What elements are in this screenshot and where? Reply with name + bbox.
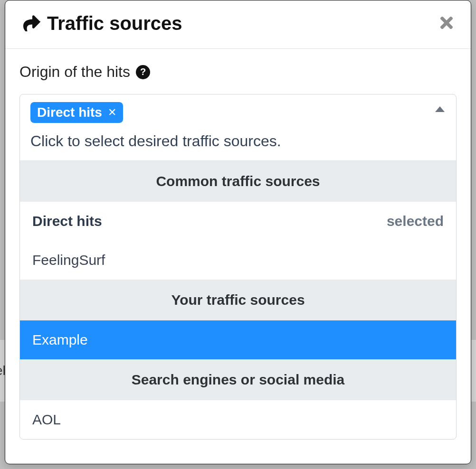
close-icon bbox=[438, 14, 456, 32]
help-icon[interactable]: ? bbox=[136, 65, 150, 79]
traffic-source-input[interactable] bbox=[30, 128, 432, 157]
modal-header: Traffic sources bbox=[5, 0, 471, 49]
group-header-common: Common traffic sources bbox=[20, 161, 456, 202]
option-direct-hits[interactable]: Direct hits selected bbox=[20, 202, 456, 241]
traffic-sources-modal: Traffic sources Origin of the hits ? Dir… bbox=[5, 0, 471, 464]
modal-title: Traffic sources bbox=[47, 13, 182, 34]
option-label: Direct hits bbox=[32, 213, 102, 229]
dropdown-caret[interactable] bbox=[435, 106, 445, 114]
dropdown-list[interactable]: Common traffic sources Direct hits selec… bbox=[20, 160, 456, 439]
origin-label: Origin of the hits bbox=[19, 63, 130, 81]
option-example[interactable]: Example bbox=[20, 320, 456, 359]
chevron-up-icon bbox=[435, 106, 445, 113]
modal-body: Origin of the hits ? Direct hits ✕ Commo… bbox=[5, 49, 471, 440]
option-label: AOL bbox=[32, 412, 61, 428]
traffic-source-select[interactable]: Direct hits ✕ Common traffic sources Dir… bbox=[19, 94, 457, 440]
group-header-search: Search engines or social media bbox=[20, 359, 456, 400]
option-label: Example bbox=[32, 332, 88, 348]
tag-label: Direct hits bbox=[37, 105, 102, 120]
option-label: FeelingSurf bbox=[32, 252, 105, 268]
group-header-your: Your traffic sources bbox=[20, 280, 456, 320]
option-selected-indicator: selected bbox=[387, 213, 444, 229]
svg-marker-0 bbox=[435, 106, 445, 112]
option-aol[interactable]: AOL bbox=[20, 400, 456, 439]
share-icon bbox=[23, 14, 40, 33]
option-feelingsurf[interactable]: FeelingSurf bbox=[20, 241, 456, 280]
field-label-row: Origin of the hits ? bbox=[19, 63, 457, 81]
modal-title-wrap: Traffic sources bbox=[23, 13, 182, 34]
select-tags-area[interactable]: Direct hits ✕ bbox=[20, 94, 456, 160]
selected-tag-direct-hits: Direct hits ✕ bbox=[30, 102, 123, 123]
close-button[interactable] bbox=[438, 14, 456, 34]
tag-remove-icon[interactable]: ✕ bbox=[108, 106, 116, 119]
